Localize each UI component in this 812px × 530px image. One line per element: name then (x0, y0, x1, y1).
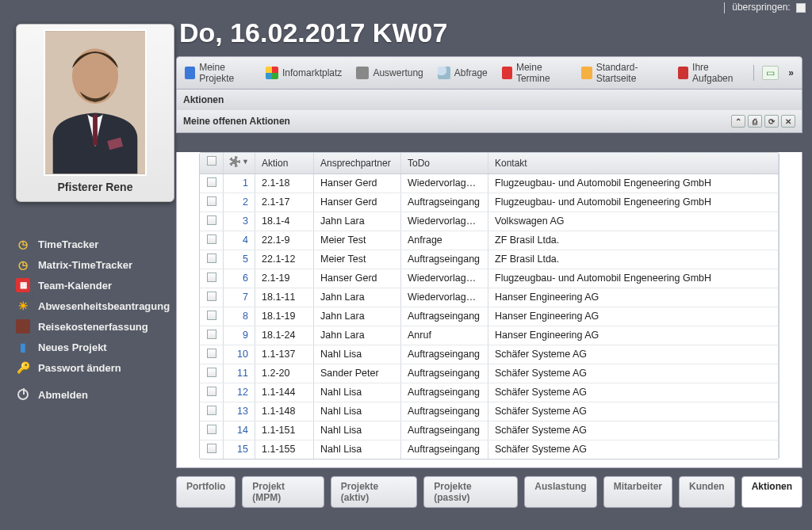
row-checkbox[interactable] (200, 288, 224, 307)
row-number[interactable]: 12 (224, 383, 255, 402)
row-checkbox[interactable] (200, 269, 224, 288)
table-row[interactable]: 62.1-19Hanser GerdWiedervorlage …Flugzeu… (200, 269, 779, 288)
cell-kontakt: Hanser Engineering AG (488, 288, 779, 307)
tab-projekte-passiv[interactable]: Projekte (passiv) (423, 476, 518, 508)
row-checkbox[interactable] (200, 307, 224, 326)
row-checkbox[interactable] (200, 364, 224, 383)
cell-ansprechpartner: Sander Peter (314, 364, 401, 383)
close-icon[interactable]: ✕ (781, 115, 795, 128)
row-number[interactable]: 8 (224, 307, 255, 326)
col-ansprechpartner[interactable]: Ansprechpartner (314, 153, 401, 173)
row-number[interactable]: 10 (224, 345, 255, 364)
sidebar-item-passwort[interactable]: 🔑 Passwort ändern (16, 357, 174, 378)
tab-auslastung[interactable]: Auslastung (524, 476, 596, 508)
row-checkbox[interactable] (200, 421, 224, 440)
table-row[interactable]: 131.1-148Nahl LisaAuftragseingangSchäfer… (200, 402, 779, 421)
sidebar-item-matrix-timetracker[interactable]: ◷ Matrix-TimeTracker (16, 254, 174, 275)
col-todo[interactable]: ToDo (401, 153, 488, 173)
sidebar-item-team-kalender[interactable]: ▦ Team-Kalender (16, 275, 174, 296)
row-number[interactable]: 1 (224, 174, 255, 193)
cell-kontakt: Flugzeugbau- und Automobil Engeneering G… (488, 174, 779, 193)
toolbar-label: Meine Projekte (199, 62, 251, 84)
row-number[interactable]: 6 (224, 269, 255, 288)
table-row[interactable]: 718.1-11Jahn LaraWiedervorlage …Hanser E… (200, 288, 779, 307)
row-number[interactable]: 14 (224, 421, 255, 440)
tab-aktionen[interactable]: Aktionen (741, 476, 802, 508)
sun-icon: ☀ (16, 299, 30, 313)
tab-kunden[interactable]: Kunden (679, 476, 735, 508)
row-number[interactable]: 11 (224, 364, 255, 383)
table-row[interactable]: 121.1-144Nahl LisaAuftragseingangSchäfer… (200, 383, 779, 402)
table-row[interactable]: 918.1-24Jahn LaraAnrufHanser Engineering… (200, 326, 779, 345)
grid-body[interactable]: 12.1-18Hanser GerdWiedervorlage …Flugzeu… (200, 174, 779, 459)
row-checkbox[interactable] (200, 212, 224, 231)
row-number[interactable]: 15 (224, 440, 255, 459)
bottom-tabs: PortfolioProjekt (MPM)Projekte (aktiv)Pr… (176, 476, 802, 508)
toolbar-standard-startseite[interactable]: Standard-Startseite (576, 60, 668, 86)
sidebar-nav: ◷ TimeTracker ◷ Matrix-TimeTracker ▦ Tea… (16, 234, 174, 405)
row-number[interactable]: 3 (224, 212, 255, 231)
toolbar-abfrage[interactable]: Abfrage (433, 65, 492, 81)
sidebar-item-timetracker[interactable]: ◷ TimeTracker (16, 234, 174, 254)
cell-todo: Auftragseingang (401, 421, 488, 440)
row-checkbox[interactable] (200, 383, 224, 402)
table-row[interactable]: 522.1-12Meier TestAuftragseingangZF Bras… (200, 250, 779, 269)
toolbar-meine-projekte[interactable]: Meine Projekte (180, 60, 256, 86)
sidebar-item-abwesenheit[interactable]: ☀ Abwesenheitsbeantragung (16, 296, 174, 316)
print-icon[interactable]: ⎙ (748, 115, 762, 128)
table-row[interactable]: 22.1-17Hanser GerdAuftragseingangFlugzeu… (200, 193, 779, 212)
cell-kontakt: Schäfer Systeme AG (488, 345, 779, 364)
table-row[interactable]: 151.1-155Nahl LisaAuftragseingangSchäfer… (200, 440, 779, 459)
cell-kontakt: Schäfer Systeme AG (488, 421, 779, 440)
cell-ansprechpartner: Jahn Lara (314, 326, 401, 345)
table-row[interactable]: 111.2-20Sander PeterAuftragseingangSchäf… (200, 364, 779, 383)
row-checkbox[interactable] (200, 250, 224, 269)
row-number[interactable]: 13 (224, 402, 255, 421)
table-row[interactable]: 818.1-19Jahn LaraAuftragseingangHanser E… (200, 307, 779, 326)
collapse-icon[interactable]: ⌃ (731, 115, 745, 128)
row-checkbox[interactable] (200, 440, 224, 459)
toolbar-auswertung[interactable]: Auswertung (351, 65, 427, 81)
row-actions-header[interactable]: ▼ (224, 153, 255, 173)
row-number[interactable]: 7 (224, 288, 255, 307)
tab-projekte-aktiv[interactable]: Projekte (aktiv) (331, 476, 417, 508)
refresh-icon[interactable]: ⟳ (764, 115, 779, 128)
toolbar-label: Meine Termine (516, 62, 568, 84)
toolbar-infomarktplatz[interactable]: Infomarktplatz (261, 65, 347, 81)
row-checkbox[interactable] (200, 174, 224, 193)
skip-checkbox[interactable] (796, 3, 806, 13)
sidebar-item-neues-projekt[interactable]: ▮ Neues Projekt (16, 337, 174, 357)
cell-aktion: 1.1-144 (255, 383, 314, 402)
tab-mitarbeiter[interactable]: Mitarbeiter (603, 476, 672, 508)
tab-portfolio[interactable]: Portfolio (176, 476, 236, 508)
row-number[interactable]: 4 (224, 231, 255, 250)
cell-aktion: 18.1-19 (255, 307, 314, 326)
table-row[interactable]: 101.1-137Nahl LisaAuftragseingangSchäfer… (200, 345, 779, 364)
toolbar-ihre-aufgaben[interactable]: Ihre Aufgaben (673, 60, 746, 86)
col-kontakt[interactable]: Kontakt (488, 153, 779, 173)
row-checkbox[interactable] (200, 326, 224, 345)
select-all-checkbox[interactable] (200, 153, 224, 173)
sidebar-item-label: Neues Projekt (38, 341, 107, 353)
toolbar-overflow[interactable]: » (783, 67, 799, 78)
cell-aktion: 1.1-148 (255, 402, 314, 421)
tab-projekt-mpm[interactable]: Projekt (MPM) (242, 476, 324, 508)
sidebar-item-abmelden[interactable]: Abmelden (16, 384, 174, 405)
row-number[interactable]: 5 (224, 250, 255, 269)
toolbar-label: Auswertung (373, 67, 423, 78)
table-row[interactable]: 141.1-151Nahl LisaAuftragseingangSchäfer… (200, 421, 779, 440)
col-aktion[interactable]: Aktion (255, 153, 314, 173)
row-number[interactable]: 9 (224, 326, 255, 345)
table-row[interactable]: 422.1-9Meier TestAnfrageZF Brasil Ltda. (200, 231, 779, 250)
row-number[interactable]: 2 (224, 193, 255, 212)
table-row[interactable]: 12.1-18Hanser GerdWiedervorlage …Flugzeu… (200, 174, 779, 193)
row-checkbox[interactable] (200, 193, 224, 212)
cell-todo: Wiedervorlage … (401, 288, 488, 307)
toolbar-meine-termine[interactable]: Meine Termine (497, 60, 573, 86)
row-checkbox[interactable] (200, 231, 224, 250)
sidebar-item-reisekosten[interactable]: Reisekostenerfassung (16, 316, 174, 337)
table-row[interactable]: 318.1-4Jahn LaraWiedervorlage …Volkswage… (200, 212, 779, 231)
add-monitor-icon[interactable]: ▭ (762, 66, 779, 80)
row-checkbox[interactable] (200, 345, 224, 364)
row-checkbox[interactable] (200, 402, 224, 421)
